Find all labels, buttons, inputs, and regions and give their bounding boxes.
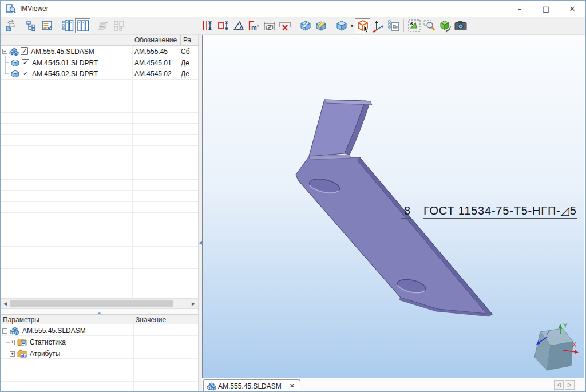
- params-column-header: Параметры Значение: [1, 314, 198, 324]
- column-divider: [132, 46, 133, 298]
- display-tree-button[interactable]: [23, 18, 39, 33]
- 3d-viewport[interactable]: 8ГОСТ 11534-75-Т5-НГП-◿5 Y Z X: [202, 35, 584, 378]
- rotate-view-button[interactable]: [437, 18, 453, 33]
- select-mode-button[interactable]: [355, 18, 370, 33]
- tree-col-name: [1, 35, 132, 45]
- tree-col-designation[interactable]: Обозначение: [132, 35, 181, 45]
- node-label: AM.4545.01.SLDPRT: [32, 59, 98, 67]
- assembly-tree[interactable]: − ✓ AM.555.45.SLDASM AM.555.45 Сб ✓: [1, 46, 198, 298]
- app-icon[interactable]: [6, 4, 16, 13]
- close-button[interactable]: ✕: [559, 1, 585, 17]
- section-offset-button[interactable]: [313, 18, 328, 33]
- section-plane-button[interactable]: [298, 18, 313, 33]
- toolbar-separator: [403, 19, 404, 32]
- tab-close-icon[interactable]: ✕: [290, 382, 295, 390]
- params-row-attributes[interactable]: + abc Атрибуты: [1, 348, 198, 359]
- section-cell: Де: [181, 59, 197, 67]
- tree-col-section[interactable]: Ра: [181, 35, 198, 45]
- move-mode-button[interactable]: [370, 18, 386, 33]
- attributes-folder-icon: abc: [17, 349, 27, 358]
- hide-dimensions-icon: [263, 19, 276, 32]
- gost-annotation-prefix: 8: [401, 204, 411, 219]
- fit-view-button[interactable]: [406, 18, 422, 33]
- part-icon: [10, 58, 20, 68]
- snapshot-button[interactable]: [453, 18, 468, 33]
- rotate-view-icon: [438, 19, 452, 33]
- params-row-assembly[interactable]: − AM.555.45.SLDASM: [1, 325, 198, 336]
- view-orientation-button[interactable]: [334, 18, 349, 33]
- columns-view-button[interactable]: [75, 18, 90, 33]
- scroll-left-arrow[interactable]: ◄: [1, 299, 10, 308]
- measure-area-icon: m²: [247, 19, 261, 32]
- model-structure-icon: [387, 19, 401, 32]
- visibility-checkbox[interactable]: ✓: [22, 70, 29, 77]
- view-orientation-icon: [335, 19, 348, 32]
- toolbar-separator: [57, 19, 57, 32]
- panel-splitter-horizontal[interactable]: ▼: [1, 308, 198, 314]
- expander-icon[interactable]: +: [10, 351, 15, 357]
- layers-icon: [97, 19, 110, 32]
- document-tab[interactable]: AM.555.45.SLDASM ✕: [203, 379, 300, 392]
- measure-area-button[interactable]: m²: [246, 18, 262, 33]
- hide-dimensions-button[interactable]: [262, 18, 277, 33]
- title-bar: IMViewer – □ ✕: [1, 1, 585, 17]
- properties-list-button[interactable]: [39, 18, 54, 33]
- tree-columns-view-icon: [61, 19, 74, 32]
- tab-scroll-next[interactable]: ▷: [565, 380, 575, 390]
- window-title: IMViewer: [20, 5, 49, 13]
- gost-annotation-text: ГОСТ 11534-75-Т5-НГП-: [423, 204, 561, 217]
- section-cell: Сб: [181, 47, 197, 56]
- panel-splitter-vertical[interactable]: ◀: [198, 35, 202, 392]
- svg-text:m²: m²: [251, 24, 259, 31]
- expander-icon[interactable]: +: [10, 340, 15, 345]
- scrollbar-thumb[interactable]: [10, 300, 173, 307]
- visibility-checkbox[interactable]: ✓: [21, 47, 28, 55]
- measure-rect-button[interactable]: [215, 18, 231, 33]
- tab-label: AM.555.45.SLDASM: [218, 382, 282, 390]
- node-label: AM.4545.02.SLDPRT: [32, 70, 98, 78]
- tree-row-assembly[interactable]: − ✓ AM.555.45.SLDASM AM.555.45 Сб: [1, 46, 198, 57]
- node-label: Статистика: [30, 338, 66, 346]
- params-row-statistics[interactable]: + Статистика: [1, 336, 198, 348]
- snapshot-icon: [454, 19, 468, 32]
- main-toolbar: m²: [1, 17, 585, 35]
- toolbar-separator: [331, 19, 331, 32]
- columns-view-icon: [77, 19, 89, 32]
- delete-dimensions-icon: [278, 19, 292, 32]
- measure-length-button[interactable]: [200, 18, 215, 33]
- toolbar-separator: [295, 19, 295, 32]
- zoom-window-button[interactable]: [422, 18, 437, 33]
- delete-dimensions-button[interactable]: [277, 18, 292, 33]
- tab-scroll-prev[interactable]: ◁: [554, 380, 564, 390]
- open-model-button[interactable]: [3, 18, 18, 33]
- params-col-value[interactable]: Значение: [133, 315, 198, 324]
- toolbar-separator: [21, 19, 21, 32]
- model-structure-button[interactable]: [386, 18, 401, 33]
- section-plane-icon: [299, 19, 312, 32]
- orientation-cube[interactable]: Y Z X: [502, 322, 584, 378]
- scroll-right-arrow[interactable]: ►: [189, 299, 198, 308]
- open-model-icon: [5, 19, 17, 32]
- tree-column-header: Обозначение Ра: [1, 35, 198, 46]
- split-layout-icon: [113, 19, 125, 32]
- measure-length-icon: [201, 19, 214, 32]
- visibility-checkbox[interactable]: ✓: [22, 59, 29, 66]
- expander-icon[interactable]: −: [2, 49, 7, 54]
- minimize-button[interactable]: –: [506, 1, 533, 17]
- tree-columns-view-button[interactable]: [60, 18, 75, 33]
- view-orientation-dropdown[interactable]: ▾: [349, 23, 355, 29]
- measure-angle-button[interactable]: [231, 18, 246, 33]
- properties-list-icon: [41, 19, 53, 32]
- tree-row-part[interactable]: ✓ AM.4545.02.SLDPRT AM.4545.02 Де: [1, 68, 198, 79]
- maximize-button[interactable]: □: [533, 1, 559, 17]
- axis-z-label: Z: [546, 330, 550, 336]
- app-window: IMViewer – □ ✕: [0, 0, 586, 392]
- tree-row-part[interactable]: ✓ AM.4545.01.SLDPRT AM.4545.01 Де: [1, 57, 198, 68]
- expander-icon[interactable]: −: [2, 328, 7, 334]
- move-mode-icon: [371, 19, 385, 33]
- fit-view-icon: [407, 19, 421, 33]
- params-col-name[interactable]: Параметры: [1, 315, 133, 324]
- tree-horizontal-scrollbar: ◄ ►: [1, 298, 198, 308]
- assembly-icon: [9, 47, 19, 56]
- parameters-tree[interactable]: − AM.555.45.SLDASM + Статистика +: [1, 324, 198, 392]
